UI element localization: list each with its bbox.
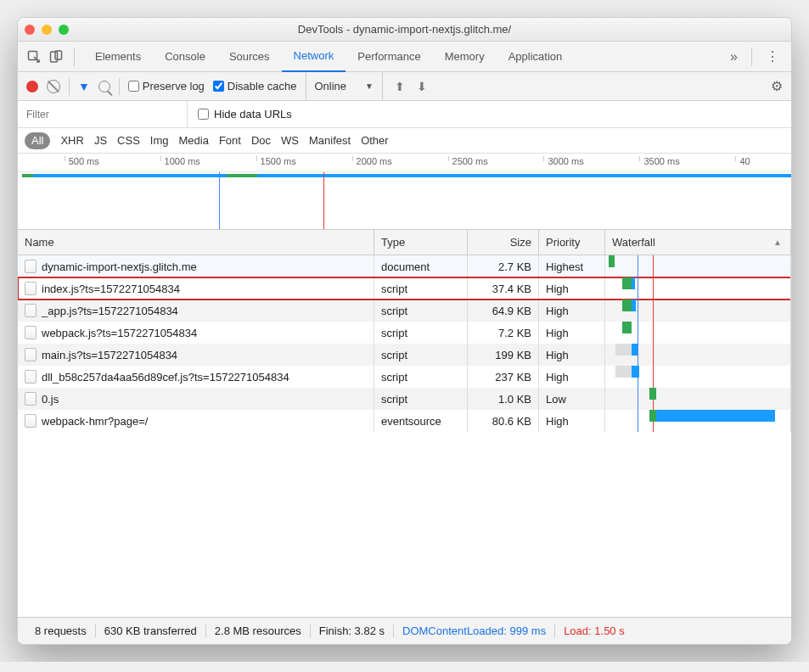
file-icon [25, 370, 37, 384]
inspect-element-icon[interactable] [25, 50, 43, 64]
request-row[interactable]: main.js?ts=1572271054834script199 KBHigh [18, 344, 791, 366]
request-row[interactable]: dynamic-import-nextjs.glitch.medocument2… [18, 255, 791, 277]
file-icon [25, 348, 37, 361]
timeline-tick: 3000 ms [543, 156, 583, 161]
kebab-menu-button[interactable]: ⋮ [761, 48, 784, 64]
type-filter-css[interactable]: CSS [117, 134, 140, 147]
status-domcontentloaded: DOMContentLoaded: 999 ms [394, 624, 555, 637]
request-priority: Highest [539, 255, 605, 277]
request-priority: Low [539, 388, 605, 410]
import-har-icon[interactable]: ⬆ [395, 80, 405, 93]
file-icon [25, 304, 37, 317]
file-icon [25, 414, 37, 428]
close-window-button[interactable] [25, 25, 35, 35]
column-type[interactable]: Type [374, 230, 468, 255]
tab-performance[interactable]: Performance [346, 42, 432, 72]
request-row[interactable]: webpack-hmr?page=/eventsource80.6 KBHigh [18, 410, 791, 432]
sort-indicator-icon: ▲ [773, 238, 782, 247]
tab-application[interactable]: Application [497, 42, 575, 72]
request-priority: High [539, 410, 605, 432]
status-requests: 8 requests [26, 624, 96, 637]
panel-tabs-row: ElementsConsoleSourcesNetworkPerformance… [18, 42, 791, 72]
type-filter-other[interactable]: Other [361, 134, 389, 147]
request-row[interactable]: dll_b58c257da4aa56d89cef.js?ts=157227105… [18, 366, 791, 388]
tab-sources[interactable]: Sources [217, 42, 282, 72]
request-name: index.js?ts=1572271054834 [42, 283, 180, 295]
type-filter-img[interactable]: Img [150, 134, 169, 147]
clear-button[interactable] [47, 80, 60, 93]
window-title: DevTools - dynamic-import-nextjs.glitch.… [18, 23, 791, 36]
more-tabs-button[interactable]: » [725, 49, 743, 64]
type-filter-xhr[interactable]: XHR [60, 134, 83, 147]
export-har-icon[interactable]: ⬇ [417, 80, 427, 93]
request-size: 237 KB [468, 366, 539, 388]
request-name: main.js?ts=1572271054834 [42, 349, 177, 361]
type-filter-font[interactable]: Font [219, 134, 241, 147]
request-waterfall [605, 410, 791, 432]
filter-row: Hide data URLs [18, 101, 791, 128]
request-type-filter: AllXHRJSCSSImgMediaFontDocWSManifestOthe… [18, 128, 791, 154]
request-name: webpack.js?ts=1572271054834 [42, 327, 197, 339]
type-filter-ws[interactable]: WS [281, 134, 299, 147]
request-row[interactable]: webpack.js?ts=1572271054834script7.2 KBH… [18, 322, 791, 344]
disable-cache-checkbox[interactable]: Disable cache [213, 80, 297, 92]
status-load: Load: 1.50 s [555, 624, 633, 637]
request-priority: High [539, 300, 605, 322]
timeline-overview[interactable]: 500 ms1000 ms1500 ms2000 ms2500 ms3000 m… [18, 154, 791, 230]
type-filter-js[interactable]: JS [94, 134, 107, 147]
request-row[interactable]: index.js?ts=1572271054834script37.4 KBHi… [18, 277, 791, 300]
request-type: script [374, 366, 468, 388]
hide-data-urls-label: Hide data URLs [214, 108, 292, 120]
devtools-window: DevTools - dynamic-import-nextjs.glitch.… [17, 17, 792, 645]
request-type: document [374, 255, 468, 277]
chevron-down-icon: ▼ [365, 81, 374, 91]
preserve-log-checkbox[interactable]: Preserve log [128, 80, 205, 92]
search-icon[interactable] [98, 81, 110, 92]
timeline-tick: 40 [735, 156, 750, 161]
request-waterfall [605, 300, 791, 322]
network-toolbar: ▼ Preserve log Disable cache Online ▼ ⬆ … [18, 72, 791, 101]
record-button[interactable] [26, 81, 38, 92]
panel-tabs: ElementsConsoleSourcesNetworkPerformance… [83, 42, 574, 72]
tab-elements[interactable]: Elements [83, 42, 153, 72]
tab-console[interactable]: Console [153, 42, 217, 72]
filter-input[interactable] [18, 101, 188, 127]
timeline-tick: 2500 ms [448, 156, 488, 161]
timeline-tick: 2000 ms [352, 156, 392, 161]
network-settings-icon[interactable]: ⚙ [771, 78, 783, 94]
request-size: 199 KB [468, 344, 539, 366]
request-row[interactable]: _app.js?ts=1572271054834script64.9 KBHig… [18, 300, 791, 322]
column-priority[interactable]: Priority [539, 230, 605, 255]
request-size: 7.2 KB [468, 322, 539, 344]
minimize-window-button[interactable] [42, 25, 52, 35]
file-icon [25, 260, 37, 273]
maximize-window-button[interactable] [59, 25, 69, 35]
hide-data-urls-checkbox[interactable]: Hide data URLs [188, 108, 292, 120]
request-type: eventsource [374, 410, 468, 432]
type-filter-media[interactable]: Media [178, 134, 208, 147]
request-type: script [374, 322, 468, 344]
filter-toggle-icon[interactable]: ▼ [78, 80, 90, 93]
file-icon [25, 392, 37, 406]
throttling-select[interactable]: Online ▼ [306, 72, 383, 100]
device-toolbar-icon[interactable] [47, 50, 65, 64]
request-size: 37.4 KB [468, 277, 539, 300]
type-filter-all[interactable]: All [25, 132, 50, 149]
timeline-tick: 1500 ms [256, 156, 296, 161]
request-row[interactable]: 0.jsscript1.0 KBLow [18, 388, 791, 410]
type-filter-manifest[interactable]: Manifest [309, 134, 351, 147]
tab-memory[interactable]: Memory [433, 42, 497, 72]
type-filter-doc[interactable]: Doc [251, 134, 271, 147]
request-name: webpack-hmr?page=/ [42, 415, 148, 428]
status-resources: 2.8 MB resources [206, 624, 311, 637]
request-size: 80.6 KB [468, 410, 539, 432]
request-priority: High [539, 366, 605, 388]
request-priority: High [539, 322, 605, 344]
tab-network[interactable]: Network [282, 42, 346, 72]
request-name: 0.js [42, 393, 59, 406]
column-name[interactable]: Name [18, 230, 374, 255]
request-waterfall [605, 388, 791, 410]
column-waterfall[interactable]: Waterfall ▲ [605, 230, 791, 255]
file-icon [25, 282, 37, 295]
column-size[interactable]: Size [468, 230, 539, 255]
